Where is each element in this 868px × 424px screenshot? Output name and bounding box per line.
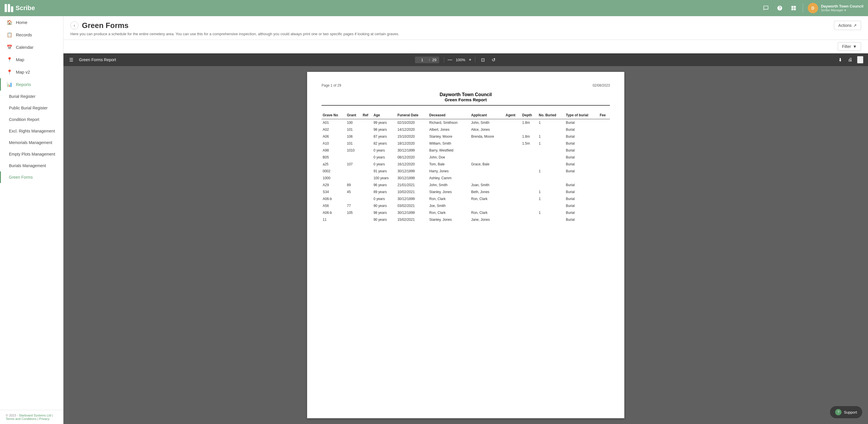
- page-subtitle: Here you can produce a schedule for the …: [70, 32, 861, 36]
- pdf-table-cell-r2-c7: [504, 133, 521, 140]
- pdf-table-cell-r4-c0: A98: [321, 147, 346, 154]
- footer-company-link[interactable]: Starboard Systems Ltd: [19, 414, 51, 417]
- pdf-table-cell-r10-c7: [504, 189, 521, 195]
- pdf-table-cell-r1-c6: Alice, Jones: [470, 126, 505, 133]
- sidebar-item-home[interactable]: 🏠 Home: [0, 16, 63, 29]
- sidebar-item-memorials[interactable]: Memorials Management: [0, 137, 63, 148]
- chat-icon[interactable]: [761, 3, 771, 13]
- pdf-page-input[interactable]: [418, 58, 427, 62]
- pdf-page-controls: / 29: [415, 57, 439, 63]
- pdf-zoom-level: 100%: [456, 58, 465, 62]
- pdf-table-cell-r8-c2: [362, 175, 372, 181]
- pdf-table-cell-r0-c4: 02/10/2020: [396, 119, 428, 126]
- sidebar-public-burial-label: Public Burial Register: [9, 106, 48, 110]
- pdf-table-cell-r14-c6: Jane, Jones: [470, 216, 505, 223]
- actions-button[interactable]: Actions ↗: [834, 21, 861, 30]
- pdf-table-header-row: Grave NoGrantRefAgeFuneral DateDeceasedA…: [321, 111, 610, 119]
- table-row: 000291 years30/12/1899Harry, Jones1Buria…: [321, 168, 610, 175]
- pdf-more-button[interactable]: ⋮: [857, 56, 863, 63]
- help-icon[interactable]: [775, 3, 784, 13]
- pdf-table-cell-r12-c10: Burial: [565, 202, 598, 209]
- pdf-table-cell-r11-c3: 0 years: [372, 195, 396, 202]
- sidebar-item-records[interactable]: 📋 Records: [0, 29, 63, 41]
- pdf-table-col-type-of-burial: Type of burial: [565, 111, 598, 119]
- sidebar-item-empty-plots[interactable]: Empty Plots Management: [0, 148, 63, 160]
- pdf-table-cell-r2-c3: 87 years: [372, 133, 396, 140]
- pdf-table-cell-r5-c4: 08/12/2020: [396, 154, 428, 161]
- support-label: Support: [844, 410, 857, 415]
- pdf-table-cell-r6-c7: [504, 161, 521, 168]
- pdf-table-cell-r1-c8: [521, 126, 537, 133]
- pdf-table-col-grave-no: Grave No: [321, 111, 346, 119]
- filter-button[interactable]: Filter ▼: [838, 42, 861, 51]
- pdf-toolbar: ☰ Green Forms Report / 29 — 100% + ⊡ ↺: [63, 53, 868, 66]
- pdf-table-cell-r1-c3: 98 years: [372, 126, 396, 133]
- pdf-table-cell-r6-c2: [362, 161, 372, 168]
- sidebar-memorials-label: Memorials Management: [9, 140, 52, 145]
- pdf-zoom-in-button[interactable]: +: [468, 57, 473, 63]
- sidebar-item-mapv2[interactable]: 📍 Map v2: [0, 66, 63, 78]
- pdf-table-cell-r9-c7: [504, 181, 521, 189]
- pdf-table-cell-r10-c8: [521, 189, 537, 195]
- pdf-divider: [321, 105, 610, 106]
- app-name: Scribe: [16, 4, 35, 12]
- sidebar-item-condition-report[interactable]: Condition Report: [0, 114, 63, 125]
- footer-terms-link[interactable]: Terms and Conditions: [6, 417, 36, 421]
- pdf-print-button[interactable]: 🖨: [847, 56, 854, 63]
- sidebar: 🏠 Home 📋 Records 📅 Calendar 📍 Map 📍 Map …: [0, 16, 63, 424]
- grid-icon[interactable]: [789, 3, 798, 13]
- pdf-table-cell-r1-c11: [599, 126, 610, 133]
- pdf-table-cell-r3-c8: 1.5m: [521, 140, 537, 147]
- pdf-table-cell-r13-c6: Ron, Clark: [470, 209, 505, 216]
- sidebar-item-public-burial-register[interactable]: Public Burial Register: [0, 102, 63, 114]
- pdf-table-cell-r9-c4: 21/01/2021: [396, 181, 428, 189]
- pdf-table-cell-r5-c1: [346, 154, 362, 161]
- sidebar-excl-rights-label: Excl. Rights Management: [9, 129, 55, 133]
- pdf-table-cell-r7-c11: [599, 168, 610, 175]
- pdf-zoom-out-button[interactable]: —: [446, 57, 453, 63]
- sidebar-burials-mgmt-label: Burials Management: [9, 163, 46, 168]
- avatar: D: [808, 3, 818, 13]
- sidebar-item-excl-rights[interactable]: Excl. Rights Management: [0, 125, 63, 137]
- pdf-fit-page-button[interactable]: ⊡: [480, 56, 486, 64]
- pdf-table-cell-r8-c4: 30/12/1899: [396, 175, 428, 181]
- pdf-rotate-button[interactable]: ↺: [491, 56, 497, 64]
- user-section[interactable]: D Dayworth Town Council Scribe Manager ▾: [808, 3, 863, 13]
- sidebar-item-burial-register[interactable]: Burial Register: [0, 91, 63, 102]
- sidebar-item-calendar[interactable]: 📅 Calendar: [0, 41, 63, 53]
- pdf-table-cell-r3-c1: 101: [346, 140, 362, 147]
- footer-privacy-link[interactable]: Privacy: [39, 417, 49, 421]
- sidebar-item-burials-mgmt[interactable]: Burials Management: [0, 160, 63, 171]
- pdf-table-cell-r6-c3: 0 years: [372, 161, 396, 168]
- pdf-table-cell-r5-c10: Burial: [565, 154, 598, 161]
- pdf-table-cell-r6-c11: [599, 161, 610, 168]
- pdf-table-cell-r12-c9: [537, 202, 565, 209]
- back-button[interactable]: ‹: [70, 21, 79, 29]
- pdf-table-cell-r12-c6: [470, 202, 505, 209]
- page-title-row: ‹ Green Forms: [70, 21, 129, 30]
- pdf-table-cell-r14-c7: [504, 216, 521, 223]
- page-title: Green Forms: [82, 21, 129, 30]
- pdf-table-cell-r8-c6: [470, 175, 505, 181]
- table-row: S344589 years10/02/2021Stanley, JonesBet…: [321, 189, 610, 195]
- pdf-table-cell-r7-c2: [362, 168, 372, 175]
- pdf-table-cell-r0-c5: Richard, Smithson: [428, 119, 470, 126]
- sidebar-item-reports[interactable]: 📊 Reports: [0, 78, 63, 91]
- pdf-table-cell-r4-c3: 0 years: [372, 147, 396, 154]
- pdf-table-cell-r13-c7: [504, 209, 521, 216]
- pdf-report-title: Green Forms Report: [79, 57, 410, 62]
- sidebar-mapv2-label: Map v2: [16, 69, 30, 75]
- top-nav-actions: D Dayworth Town Council Scribe Manager ▾: [761, 3, 863, 13]
- pdf-download-button[interactable]: ⬇: [837, 56, 843, 64]
- pdf-hamburger-button[interactable]: ☰: [68, 56, 74, 64]
- pdf-table-cell-r10-c1: 45: [346, 189, 362, 195]
- pdf-table-cell-r2-c1: 106: [346, 133, 362, 140]
- support-button[interactable]: ? Support: [830, 406, 862, 418]
- sidebar-item-green-forms[interactable]: Green Forms: [0, 171, 63, 183]
- sidebar-item-map[interactable]: 📍 Map: [0, 53, 63, 66]
- calendar-icon: 📅: [7, 45, 12, 50]
- pdf-table-cell-r12-c11: [599, 202, 610, 209]
- pdf-table-cell-r6-c1: 107: [346, 161, 362, 168]
- mapv2-icon: 📍: [7, 69, 12, 75]
- pdf-table-cell-r14-c5: Stanley, Jones: [428, 216, 470, 223]
